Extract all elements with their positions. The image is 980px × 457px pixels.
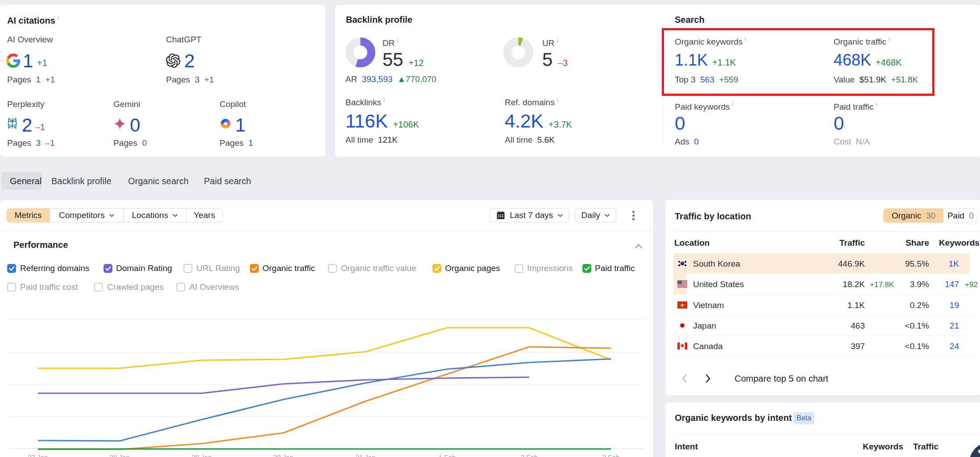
svg-text:31 Jan: 31 Jan <box>355 453 375 457</box>
svg-text:1 Feb: 1 Feb <box>439 453 456 457</box>
svg-text:29 Jan: 29 Jan <box>191 453 212 457</box>
svg-text:2 Feb: 2 Feb <box>521 453 538 457</box>
svg-text:27 Jan: 27 Jan <box>28 453 48 457</box>
svg-text:30 Jan: 30 Jan <box>273 453 293 457</box>
svg-text:3 Feb: 3 Feb <box>602 453 619 457</box>
svg-text:28 Jan: 28 Jan <box>109 453 129 457</box>
